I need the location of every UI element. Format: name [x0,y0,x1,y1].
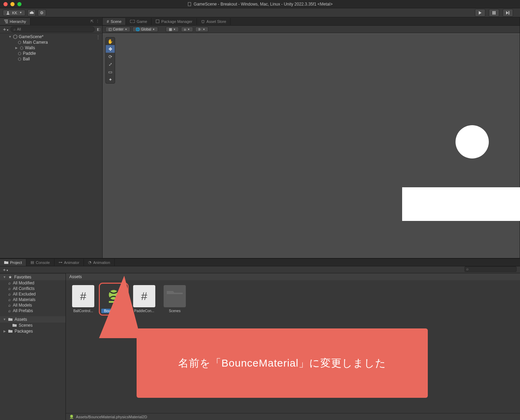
tab-package-manager[interactable]: Package Manager [151,18,197,25]
gameobject-icon [17,40,21,44]
tab-hierarchy[interactable]: Hierarchy [0,18,31,25]
hierarchy-tab-label: Hierarchy [10,19,26,24]
kebab-menu-icon[interactable]: ⋮ [96,19,99,24]
paddle-sprite[interactable] [402,187,520,221]
play-button[interactable] [475,9,485,17]
tab-animation-label: Animation [93,260,110,265]
popout-icon[interactable]: ⇱ [90,19,94,24]
filter-icon[interactable]: ◧ [97,27,100,32]
settings-button[interactable]: ⚙ [38,9,46,16]
favorite-item[interactable]: ⌕All Conflicts [0,286,66,291]
tab-store-label: Asset Store [207,19,226,24]
project-status-bar: Assets/BounceMaterial.physicsMaterial2D [66,413,520,420]
assets-child[interactable]: Scenes [0,323,66,328]
favorite-item[interactable]: ⌕All Models [0,302,66,308]
hierarchy-item[interactable]: Paddle [0,51,102,56]
hierarchy-subtoolbar: ＋▾ ⌕ All ◧ [0,26,102,33]
status-path: Assets/BounceMaterial.physicsMaterial2D [76,415,147,419]
tool-rail: ✋ ✥ ⟳ ⤢ ▭ ✦ [105,37,115,84]
tab-game[interactable]: Game [126,18,151,25]
tab-console[interactable]: ▤ Console [26,259,54,266]
scale-tool[interactable]: ⤢ [106,60,115,68]
physics-material-icon [69,414,74,419]
tab-animation[interactable]: ◔ Animation [84,259,115,266]
pivot-toggle[interactable]: ◱ Center ▼ [105,27,130,32]
close-window-button[interactable] [3,2,8,6]
search-icon: ⌕ [8,297,11,302]
folder-icon [12,324,17,327]
folder-icon [164,285,186,307]
scene-menu-icon[interactable]: ⋮ [96,35,100,40]
tab-asset-store[interactable]: Asset Store [197,18,231,25]
hierarchy-tree: ▼ GameScene* ⋮ Main Camera ▶ Walls Paddl… [0,33,102,62]
favorite-item[interactable]: ⌕All Prefabs [0,308,66,314]
add-dropdown[interactable]: ＋▾ [2,26,8,33]
favorite-label: All Prefabs [13,308,33,313]
grid-snap-button[interactable]: ▦▼ [166,27,179,32]
caret-right-icon: ▶ [15,46,18,50]
title-bar: GameScene - Breakout - Windows, Mac, Lin… [0,0,520,8]
space-toggle[interactable]: 🌐 Global ▼ [132,27,158,32]
svg-rect-2 [493,11,494,15]
ball-sprite[interactable] [456,125,489,158]
svg-rect-5 [4,20,8,20]
increment-snap-button[interactable]: ⊪▼ [195,27,208,32]
move-tool[interactable]: ✥ [106,45,115,53]
tab-project[interactable]: Project [0,259,26,266]
rect-tool[interactable]: ▭ [106,68,115,76]
scene-tabbar: # Scene Game Package Manager Asset Stor [103,17,520,26]
favorite-item[interactable]: ⌕All Modified [0,280,66,286]
rotate-tool[interactable]: ⟳ [106,53,115,60]
account-label: KK [12,11,17,15]
tab-project-label: Project [10,260,22,265]
asset-item-folder[interactable]: Scenes [162,285,187,313]
hierarchy-panel: Hierarchy ⇱ ⋮ ＋▾ ⌕ All ◧ ▼ GameScene* ⋮ [0,17,103,258]
folder-icon [4,261,8,264]
project-search[interactable]: ⌕ [465,266,517,272]
search-icon: ⌕ [8,281,11,285]
hierarchy-search[interactable]: ⌕ All [10,26,95,32]
hierarchy-item[interactable]: Ball [0,56,102,62]
caret-right-icon: ▶ [3,329,6,333]
svg-point-1 [7,11,9,12]
svg-rect-7 [6,23,8,23]
hierarchy-item[interactable]: ▶ Walls [0,45,102,51]
account-dropdown[interactable]: KK ▼ [3,10,25,16]
play-controls [473,9,513,17]
asset-item-script[interactable]: # BallControl... [71,285,96,313]
folder-icon [8,329,12,333]
scene-viewport[interactable]: ✋ ✥ ⟳ ⤢ ▭ ✦ [103,33,520,258]
minimize-window-button[interactable] [10,2,15,6]
cloud-button[interactable] [27,9,36,16]
hierarchy-item[interactable]: Main Camera [0,40,102,45]
pause-button[interactable] [489,9,499,17]
packages-header[interactable]: ▶ Packages [0,328,66,334]
folder-icon [8,318,12,321]
unity-icon [13,35,17,39]
window-title: GameScene - Breakout - Windows, Mac, Lin… [188,2,333,7]
search-icon: ⌕ [8,303,11,308]
tab-scene[interactable]: # Scene [103,18,126,25]
hand-tool[interactable]: ✋ [106,37,115,45]
step-button[interactable] [503,9,513,17]
favorite-item[interactable]: ⌕All Excluded [0,291,66,297]
animator-icon: ⊶ [59,260,62,265]
favorite-item[interactable]: ⌕All Materials [0,297,66,302]
snap-button[interactable]: ⎄▼ [181,27,193,32]
animation-icon: ◔ [88,260,92,265]
assets-header[interactable]: ▼ Assets [0,316,66,323]
asset-label: Scenes [162,309,187,313]
scene-row[interactable]: ▼ GameScene* ⋮ [0,34,102,40]
favorite-label: All Modified [13,281,34,285]
favorites-header[interactable]: ▼ ★ Favorites [0,274,66,280]
add-dropdown[interactable]: ＋▾ [2,267,8,273]
tab-game-label: Game [137,19,147,24]
transform-tool[interactable]: ✦ [106,76,115,83]
svg-rect-13 [70,418,73,419]
search-icon: ⌕ [14,27,16,31]
rect-icon: ▭ [108,69,112,75]
tab-animator[interactable]: ⊶ Animator [54,259,84,266]
svg-rect-9 [156,20,159,23]
zoom-window-button[interactable] [17,2,21,6]
increment-icon: ⊪ [198,27,201,31]
